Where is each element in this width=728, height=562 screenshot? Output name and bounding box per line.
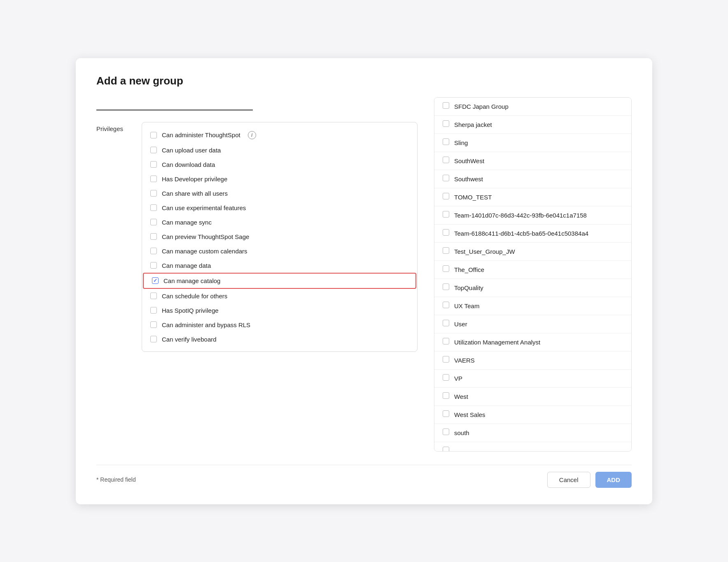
privilege-item-manage_custom_calendars[interactable]: Can manage custom calendars [142, 244, 417, 258]
group-checkbox-user[interactable] [443, 320, 449, 326]
group-checkbox-test_user_group_jw[interactable] [443, 247, 449, 254]
privileges-label: Privileges [96, 122, 133, 132]
group-item-utilization_mgmt[interactable]: Utilization Management Analyst [434, 333, 631, 351]
checkbox-download_data[interactable] [150, 161, 157, 168]
group-name-test_user_group_jw: Test_User_Group_JW [454, 247, 515, 256]
groups-list: SFDC Japan GroupSherpa jacketSlingSouthW… [434, 97, 632, 452]
group-item-vp[interactable]: VP [434, 370, 631, 388]
checkbox-verify_liveboard[interactable] [150, 336, 157, 342]
group-item-sling[interactable]: Sling [434, 134, 631, 152]
group-checkbox-ux_team[interactable] [443, 302, 449, 308]
checkbox-preview_thoughtspot_sage[interactable] [150, 233, 157, 240]
privilege-item-developer_privilege[interactable]: Has Developer privilege [142, 172, 417, 186]
checkbox-manage_data[interactable] [150, 262, 157, 269]
privilege-item-spotiq_privilege[interactable]: Has SpotIQ privilege [142, 303, 417, 318]
privileges-section: Privileges Can administer ThoughtSpotiCa… [96, 122, 418, 352]
privilege-label-manage_custom_calendars: Can manage custom calendars [162, 248, 247, 255]
privilege-item-schedule_others[interactable]: Can schedule for others [142, 289, 417, 303]
group-checkbox-the_office[interactable] [443, 265, 449, 272]
group-item-top_quality[interactable]: TopQuality [434, 279, 631, 297]
privilege-item-share_all_users[interactable]: Can share with all users [142, 186, 417, 201]
privilege-item-download_data[interactable]: Can download data [142, 157, 417, 172]
privilege-item-upload_user_data[interactable]: Can upload user data [142, 143, 417, 157]
group-item-sfdc_japan[interactable]: SFDC Japan Group [434, 98, 631, 116]
privilege-item-experimental_features[interactable]: Can use experimental features [142, 201, 417, 215]
group-checkbox-vp[interactable] [443, 374, 449, 381]
checkbox-share_all_users[interactable] [150, 190, 157, 197]
privilege-item-manage_catalog[interactable]: Can manage catalog [143, 273, 416, 289]
cancel-button[interactable]: Cancel [547, 472, 590, 488]
checkbox-administer_bypass_rls[interactable] [150, 321, 157, 328]
group-name-ux_team: UX Team [454, 302, 479, 310]
group-name-southwest2: Southwest [454, 175, 483, 183]
group-checkbox-tomo_test[interactable] [443, 193, 449, 199]
group-checkbox-sling[interactable] [443, 138, 449, 145]
privilege-label-schedule_others: Can schedule for others [162, 293, 227, 300]
checkbox-manage_sync[interactable] [150, 219, 157, 225]
group-item-sherpa_jacket[interactable]: Sherpa jacket [434, 116, 631, 134]
checkbox-upload_user_data[interactable] [150, 147, 157, 153]
privilege-label-administer_bypass_rls: Can administer and bypass RLS [162, 321, 250, 328]
group-checkbox-southwest2[interactable] [443, 175, 449, 181]
group-item-southwest[interactable]: SouthWest [434, 152, 631, 170]
group-item-team_1401[interactable]: Team-1401d07c-86d3-442c-93fb-6e041c1a715… [434, 206, 631, 225]
left-panel: Privileges Can administer ThoughtSpotiCa… [96, 97, 418, 452]
privilege-item-administer_bypass_rls[interactable]: Can administer and bypass RLS [142, 318, 417, 332]
group-name-southwest: SouthWest [454, 157, 484, 165]
privilege-item-manage_sync[interactable]: Can manage sync [142, 215, 417, 229]
group-item-team_6188[interactable]: Team-6188c411-d6b1-4cb5-ba65-0e41c50384a… [434, 225, 631, 243]
group-item-vaers[interactable]: VAERS [434, 351, 631, 370]
group-checkbox-sherpa_jacket[interactable] [443, 120, 449, 127]
info-icon-administer_thoughtspot[interactable]: i [248, 131, 256, 139]
privileges-box: Can administer ThoughtSpotiCan upload us… [142, 122, 418, 352]
group-name-west: West [454, 392, 468, 401]
checkbox-manage_custom_calendars[interactable] [150, 248, 157, 254]
privilege-item-verify_liveboard[interactable]: Can verify liveboard [142, 332, 417, 347]
group-item-more_item[interactable]: ... [434, 442, 631, 452]
privilege-label-share_all_users: Can share with all users [162, 190, 228, 197]
group-checkbox-top_quality[interactable] [443, 283, 449, 290]
group-checkbox-team_6188[interactable] [443, 229, 449, 236]
modal-body: Privileges Can administer ThoughtSpotiCa… [96, 97, 632, 452]
checkbox-developer_privilege[interactable] [150, 176, 157, 182]
group-checkbox-utilization_mgmt[interactable] [443, 338, 449, 344]
group-name-utilization_mgmt: Utilization Management Analyst [454, 338, 540, 347]
group-item-the_office[interactable]: The_Office [434, 261, 631, 279]
group-name-team_6188: Team-6188c411-d6b1-4cb5-ba65-0e41c50384a… [454, 229, 588, 238]
group-name-top_quality: TopQuality [454, 283, 483, 292]
checkbox-schedule_others[interactable] [150, 293, 157, 299]
privilege-item-administer_thoughtspot[interactable]: Can administer ThoughtSpoti [142, 127, 417, 143]
privilege-item-preview_thoughtspot_sage[interactable]: Can preview ThoughtSpot Sage [142, 229, 417, 244]
checkbox-administer_thoughtspot[interactable] [150, 132, 157, 138]
group-checkbox-team_1401[interactable] [443, 211, 449, 218]
group-item-test_user_group_jw[interactable]: Test_User_Group_JW [434, 243, 631, 261]
group-item-user[interactable]: User [434, 315, 631, 333]
privilege-label-experimental_features: Can use experimental features [162, 204, 246, 211]
group-item-south[interactable]: south [434, 424, 631, 442]
group-checkbox-west[interactable] [443, 392, 449, 399]
group-item-southwest2[interactable]: Southwest [434, 170, 631, 188]
group-checkbox-sfdc_japan[interactable] [443, 102, 449, 109]
add-button[interactable]: ADD [595, 472, 632, 488]
group-checkbox-southwest[interactable] [443, 157, 449, 163]
group-name-input[interactable] [96, 97, 253, 110]
privilege-label-verify_liveboard: Can verify liveboard [162, 336, 217, 343]
privilege-item-manage_data[interactable]: Can manage data [142, 258, 417, 273]
checkbox-manage_catalog[interactable] [152, 277, 159, 284]
privilege-label-developer_privilege: Has Developer privilege [162, 176, 227, 183]
privilege-label-administer_thoughtspot: Can administer ThoughtSpot [162, 131, 240, 138]
group-checkbox-vaers[interactable] [443, 356, 449, 363]
group-name-vaers: VAERS [454, 356, 475, 365]
checkbox-spotiq_privilege[interactable] [150, 307, 157, 314]
group-item-west[interactable]: West [434, 388, 631, 406]
modal-footer: * Required field Cancel ADD [96, 465, 632, 488]
group-checkbox-more_item[interactable] [443, 447, 449, 452]
group-checkbox-south[interactable] [443, 429, 449, 435]
group-name-tomo_test: TOMO_TEST [454, 193, 492, 201]
group-item-ux_team[interactable]: UX Team [434, 297, 631, 315]
group-item-tomo_test[interactable]: TOMO_TEST [434, 188, 631, 206]
checkbox-experimental_features[interactable] [150, 204, 157, 211]
group-item-west_sales[interactable]: West Sales [434, 406, 631, 424]
group-checkbox-west_sales[interactable] [443, 410, 449, 417]
top-input-area [96, 97, 418, 110]
